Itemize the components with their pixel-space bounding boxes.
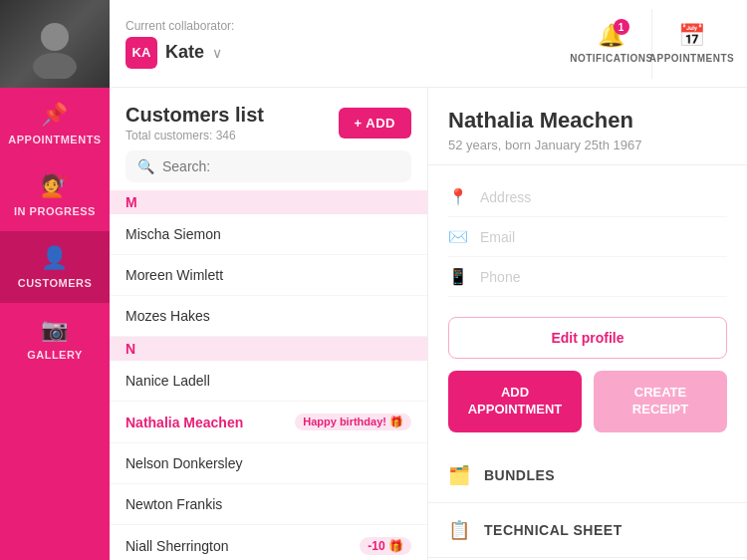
phone-field: 📱 Phone — [448, 257, 727, 297]
customer-detail-name: Nathalia Meachen — [448, 108, 727, 134]
sidebar-item-customers[interactable]: 👤 CUSTOMERS — [0, 231, 110, 303]
header: Current collaborator: KA Kate ∨ 🔔 1 NOTI… — [110, 0, 747, 88]
search-bar: 🔍 — [125, 150, 411, 182]
bundles-icon: 🗂️ — [448, 464, 470, 486]
svg-point-1 — [33, 53, 77, 79]
address-value: Address — [480, 189, 531, 205]
technical-sheet-icon: 📋 — [448, 519, 470, 541]
username: Kate — [165, 42, 204, 63]
customer-detail-dob: 52 years, born January 25th 1967 — [448, 138, 727, 152]
customers-icon: 👤 — [41, 245, 69, 271]
create-receipt-button[interactable]: CREATE RECEIPT — [594, 371, 727, 432]
customer-name: Nathalia Meachen — [125, 415, 243, 430]
customer-detail-header: Nathalia Meachen 52 years, born January … — [428, 88, 747, 165]
customer-badges: Happy birthday! 🎁 — [295, 414, 411, 430]
gallery-icon: 📷 — [41, 317, 69, 343]
notifications-button[interactable]: 🔔 1 NOTIFICATIONS — [572, 9, 651, 79]
list-title-group: Customers list Total customers: 346 — [125, 104, 264, 142]
phone-icon: 📱 — [448, 267, 468, 286]
notifications-label: NOTIFICATIONS — [570, 53, 653, 64]
sidebar-item-appointments-label: APPOINTMENTS — [8, 134, 101, 145]
app-logo — [0, 0, 110, 88]
customer-name: Newton Frankis — [125, 496, 222, 512]
points-badge: -10 🎁 — [360, 537, 411, 555]
main-area: Current collaborator: KA Kate ∨ 🔔 1 NOTI… — [110, 0, 747, 560]
group-header-n: N — [110, 337, 427, 361]
sidebar-item-gallery-label: GALLERY — [27, 349, 83, 361]
notifications-badge-container: 🔔 1 — [598, 23, 625, 49]
list-item[interactable]: Moreen Wimlett — [110, 255, 427, 296]
bundles-label: BUNDLES — [484, 467, 727, 483]
list-item-active[interactable]: Nathalia Meachen Happy birthday! 🎁 — [110, 402, 427, 443]
list-item[interactable]: Nanice Ladell — [110, 361, 427, 402]
customer-list: M Mischa Siemon Moreen Wimlett Mozes Hak… — [110, 190, 427, 560]
sidebar: 📌 APPOINTMENTS 💇 IN PROGRESS 👤 CUSTOMERS… — [0, 0, 110, 560]
content-area: Customers list Total customers: 346 + AD… — [110, 88, 747, 560]
customer-name: Nanice Ladell — [125, 373, 210, 389]
list-header: Customers list Total customers: 346 + AD… — [110, 88, 427, 150]
email-icon: ✉️ — [448, 227, 468, 246]
customer-badges: -10 🎁 — [360, 537, 411, 555]
sidebar-item-gallery[interactable]: 📷 GALLERY — [0, 303, 110, 375]
header-right: 🔔 1 NOTIFICATIONS 📅 APPOINTMENTS — [572, 9, 731, 79]
bundles-section[interactable]: 🗂️ BUNDLES — [428, 448, 747, 503]
list-item[interactable]: Mozes Hakes — [110, 296, 427, 337]
add-appointment-button[interactable]: ADDAPPOINTMENT — [448, 371, 582, 432]
calendar-icon: 📅 — [678, 23, 706, 49]
header-user: KA Kate ∨ — [125, 37, 560, 69]
appointments-icon: 📌 — [41, 102, 69, 128]
list-item[interactable]: Nelson Donkersley — [110, 443, 427, 484]
sidebar-logo — [0, 0, 110, 88]
chevron-down-icon[interactable]: ∨ — [212, 45, 222, 61]
customer-name: Mozes Hakes — [125, 308, 210, 324]
technical-sheet-section[interactable]: 📋 TECHNICAL SHEET — [428, 503, 747, 558]
search-input[interactable] — [162, 158, 399, 174]
customer-name: Mischa Siemon — [125, 226, 221, 242]
appointments-header-button[interactable]: 📅 APPOINTMENTS — [651, 9, 731, 79]
svg-point-0 — [41, 23, 69, 51]
sidebar-item-appointments[interactable]: 📌 APPOINTMENTS — [0, 88, 110, 159]
birthday-badge: Happy birthday! 🎁 — [295, 414, 411, 430]
edit-profile-button[interactable]: Edit profile — [448, 317, 727, 359]
sidebar-item-customers-label: CUSTOMERS — [18, 277, 93, 289]
list-item[interactable]: Mischa Siemon — [110, 214, 427, 255]
email-field: ✉️ Email — [448, 217, 727, 257]
notification-count: 1 — [614, 19, 629, 35]
search-icon: 🔍 — [137, 158, 154, 174]
customer-fields: 📍 Address ✉️ Email 📱 Phone — [428, 165, 747, 309]
action-buttons: ADDAPPOINTMENT CREATE RECEIPT — [428, 371, 747, 448]
group-header-m: M — [110, 190, 427, 214]
customer-name: Niall Sherrington — [125, 538, 229, 554]
list-item[interactable]: Niall Sherrington -10 🎁 — [110, 525, 427, 560]
sidebar-item-in-progress[interactable]: 💇 IN PROGRESS — [0, 159, 110, 231]
avatar: KA — [125, 37, 157, 69]
add-customer-button[interactable]: + ADD — [339, 108, 411, 139]
technical-sheet-label: TECHNICAL SHEET — [484, 522, 727, 538]
phone-value: Phone — [480, 269, 520, 285]
header-left: Current collaborator: KA Kate ∨ — [125, 19, 560, 69]
customer-detail-panel: Nathalia Meachen 52 years, born January … — [428, 88, 747, 560]
email-value: Email — [480, 229, 515, 245]
address-field: 📍 Address — [448, 177, 727, 217]
location-icon: 📍 — [448, 187, 468, 206]
in-progress-icon: 💇 — [41, 173, 69, 199]
appointments-header-label: APPOINTMENTS — [649, 53, 734, 64]
collaborator-label: Current collaborator: — [125, 19, 560, 33]
sidebar-item-in-progress-label: IN PROGRESS — [14, 205, 96, 217]
list-subtitle: Total customers: 346 — [125, 129, 264, 142]
customer-name: Nelson Donkersley — [125, 455, 243, 471]
list-item[interactable]: Newton Frankis — [110, 484, 427, 525]
customer-list-panel: Customers list Total customers: 346 + AD… — [110, 88, 428, 560]
customer-name: Moreen Wimlett — [125, 267, 223, 283]
list-title: Customers list — [125, 104, 264, 127]
